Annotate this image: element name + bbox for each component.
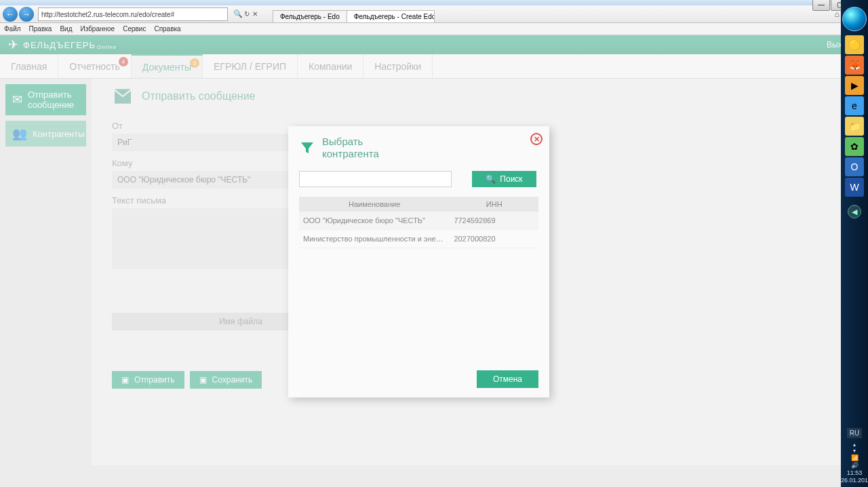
search-label: Поиск <box>500 174 522 184</box>
table-row[interactable]: ООО "Юридическое бюро "ЧЕСТЬ" 7724592869 <box>299 212 538 230</box>
cell-inn: 7724592869 <box>450 212 538 230</box>
modal-close-button[interactable]: ✕ <box>530 133 542 145</box>
window-minimize-button[interactable]: — <box>812 0 830 11</box>
funnel-icon <box>299 138 315 157</box>
taskbar-icon[interactable]: 🟡 <box>845 35 864 54</box>
modal-cancel-button[interactable]: Отмена <box>477 370 538 388</box>
browser-refresh-button[interactable]: ↻ <box>244 10 250 18</box>
taskbar-icq-icon[interactable]: ✿ <box>845 137 864 156</box>
menu-favorites[interactable]: Избранное <box>80 25 115 33</box>
search-icon[interactable]: 🔍 <box>233 9 243 19</box>
system-tray: RU ▴▾ 📶 🔊 11:53 26.01.2015 <box>841 425 868 487</box>
tab-label: Фельдъегерь - Create Edo <box>354 13 435 20</box>
browser-tab[interactable]: Фельдъегерь - Create Edo✕ <box>347 10 435 22</box>
modal-title: Выбрать контрагента <box>299 136 538 160</box>
taskbar-outlook-icon[interactable]: O <box>845 157 864 176</box>
menu-view[interactable]: Вид <box>60 25 72 33</box>
search-icon: 🔍 <box>486 174 496 184</box>
start-orb[interactable] <box>842 7 867 31</box>
cell-inn: 2027000820 <box>450 230 538 248</box>
col-name: Наименование <box>299 197 450 212</box>
browser-tab[interactable]: Фельдъегерь - Edo <box>273 10 347 22</box>
table-row[interactable]: Министерство промышленности и энергети..… <box>299 230 538 248</box>
menu-edit[interactable]: Правка <box>29 25 52 33</box>
tab-label: Фельдъегерь - Edo <box>280 13 340 20</box>
tray-arrows-icon[interactable]: ▴▾ <box>841 442 868 454</box>
modal-search-input[interactable] <box>299 171 452 187</box>
menu-help[interactable]: Справка <box>154 25 180 33</box>
contragents-table: Наименование ИНН ООО "Юридическое бюро "… <box>299 197 538 248</box>
taskbar-ie-icon[interactable]: e <box>845 96 864 115</box>
taskbar-firefox-icon[interactable]: 🦊 <box>845 56 864 75</box>
menu-file[interactable]: Файл <box>4 25 21 33</box>
col-inn: ИНН <box>450 197 538 212</box>
modal-search-button[interactable]: 🔍 Поиск <box>472 171 536 187</box>
browser-stop-button[interactable]: ✕ <box>252 10 258 18</box>
taskbar-word-icon[interactable]: W <box>845 178 864 197</box>
sidebar-nav-arrow[interactable]: ◀ <box>848 205 861 218</box>
browser-menu-bar: Файл Правка Вид Избранное Сервис Справка <box>0 23 868 35</box>
windows-sidebar: 🟡 🦊 ▶ e 📁 ✿ O W ◀ RU ▴▾ 📶 🔊 11:53 26.01.… <box>841 0 868 487</box>
cell-name: Министерство промышленности и энергети..… <box>299 230 450 248</box>
browser-nav-bar: ← → http://testotchet2.rus-telecom.ru/ed… <box>0 5 868 23</box>
taskbar-media-icon[interactable]: ▶ <box>845 76 864 95</box>
browser-url-bar[interactable]: http://testotchet2.rus-telecom.ru/edo/cr… <box>38 7 228 21</box>
browser-forward-button[interactable]: → <box>19 7 34 22</box>
cell-name: ООО "Юридическое бюро "ЧЕСТЬ" <box>299 212 450 230</box>
menu-service[interactable]: Сервис <box>123 25 146 33</box>
browser-back-button[interactable]: ← <box>3 7 18 22</box>
tray-time[interactable]: 11:53 <box>841 469 868 476</box>
tray-language[interactable]: RU <box>847 428 862 438</box>
tray-date[interactable]: 26.01.2015 <box>841 477 868 484</box>
window-titlebar: — ▢ ✕ <box>0 0 868 5</box>
select-contragent-modal: ✕ Выбрать контрагента 🔍 Поиск Наименован… <box>288 126 549 397</box>
tray-wifi-icon[interactable]: 📶 <box>841 454 868 461</box>
taskbar-explorer-icon[interactable]: 📁 <box>845 117 864 136</box>
tray-volume-icon[interactable]: 🔊 <box>841 462 868 469</box>
